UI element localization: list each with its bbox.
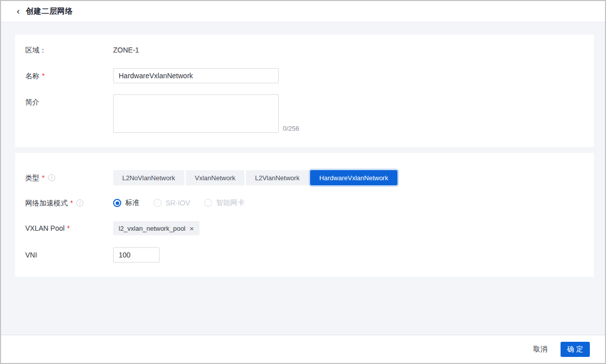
vni-label: VNI <box>25 250 113 260</box>
vxlan-pool-label: VXLAN Pool * <box>25 223 113 233</box>
basic-info-card: 区域： ZONE-1 名称 * 简介 0/256 <box>15 35 594 147</box>
zone-value: ZONE-1 <box>113 46 139 54</box>
back-icon[interactable]: ‹ <box>17 6 20 17</box>
acceleration-label: 网络加速模式 * i <box>25 198 113 208</box>
page-footer: 取消 确 定 <box>1 335 605 363</box>
info-icon[interactable]: i <box>48 174 55 181</box>
confirm-button[interactable]: 确 定 <box>561 342 590 357</box>
cancel-button[interactable]: 取消 <box>533 345 547 354</box>
radio-unselected-icon <box>154 199 162 207</box>
acceleration-radio-group: 标准 SR-IOV 智能网卡 <box>113 198 259 207</box>
vxlan-pool-tag[interactable]: l2_vxlan_network_pool × <box>113 221 199 235</box>
name-row: 名称 * <box>25 68 584 83</box>
radio-smartnic: 智能网卡 <box>204 198 244 207</box>
required-asterisk: * <box>70 198 73 208</box>
zone-row: 区域： ZONE-1 <box>25 45 584 55</box>
network-settings-card: 类型 * i L2NoVlanNetwork VxlanNetwork L2Vl… <box>15 153 594 277</box>
page-header: ‹ 创建二层网络 <box>1 1 605 22</box>
type-option-vxlannetwork[interactable]: VxlanNetwork <box>186 170 244 185</box>
type-option-l2vlannetwork[interactable]: L2VlanNetwork <box>246 170 309 185</box>
radio-selected-icon <box>113 199 121 207</box>
close-icon[interactable]: × <box>189 225 194 232</box>
vni-input[interactable] <box>113 247 160 263</box>
radio-unselected-icon <box>204 199 212 207</box>
required-asterisk: * <box>42 71 44 81</box>
vni-row: VNI <box>25 247 584 263</box>
description-field-wrap: 0/256 <box>113 94 299 133</box>
vxlan-pool-tag-label: l2_vxlan_network_pool <box>119 225 185 232</box>
description-label: 简介 <box>25 97 113 107</box>
type-button-group: L2NoVlanNetwork VxlanNetwork L2VlanNetwo… <box>113 170 397 185</box>
acceleration-row: 网络加速模式 * i 标准 SR-IOV 智能网卡 <box>25 198 584 208</box>
char-counter: 0/256 <box>283 125 299 133</box>
type-label: 类型 * i <box>25 173 113 183</box>
description-row: 简介 0/256 <box>25 94 584 133</box>
required-asterisk: * <box>42 173 44 183</box>
name-input[interactable] <box>113 68 279 83</box>
radio-standard[interactable]: 标准 <box>113 198 139 207</box>
required-asterisk: * <box>67 223 70 233</box>
vxlan-pool-row: VXLAN Pool * l2_vxlan_network_pool × <box>25 221 584 235</box>
page-title: 创建二层网络 <box>26 7 73 16</box>
info-icon[interactable]: i <box>76 199 83 206</box>
name-label: 名称 * <box>25 71 113 81</box>
description-textarea[interactable] <box>113 94 279 133</box>
type-option-l2novlannetwork[interactable]: L2NoVlanNetwork <box>113 170 184 185</box>
radio-sriov: SR-IOV <box>154 199 190 207</box>
page-body: 区域： ZONE-1 名称 * 简介 0/256 类型 * <box>1 22 605 335</box>
type-option-hardwarevxlannetwork[interactable]: HardwareVxlanNetwork <box>310 170 397 185</box>
type-row: 类型 * i L2NoVlanNetwork VxlanNetwork L2Vl… <box>25 170 584 185</box>
zone-label: 区域： <box>25 45 113 55</box>
